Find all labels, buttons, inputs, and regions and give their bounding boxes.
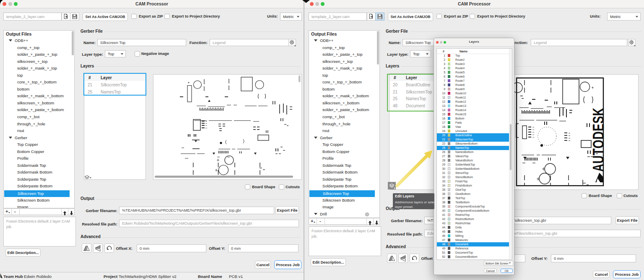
svg-text:AUTODESK: AUTODESK [589,108,607,172]
